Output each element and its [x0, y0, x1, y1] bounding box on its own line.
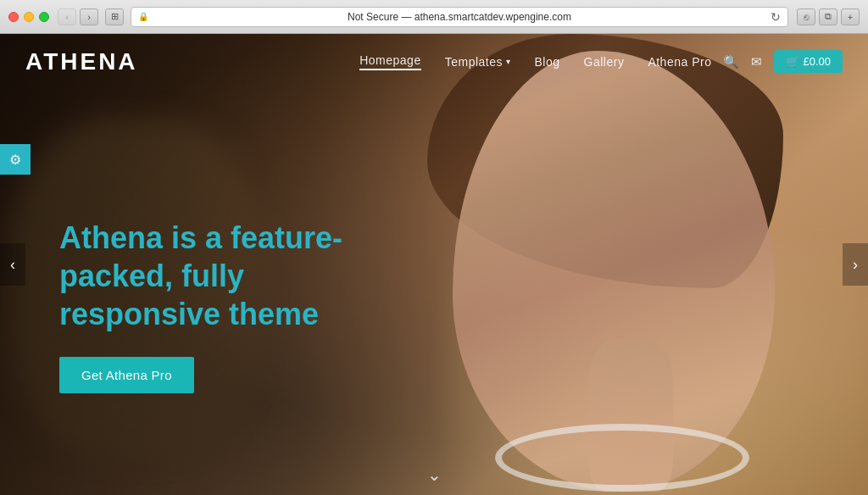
add-tab-button[interactable]: ⧉ [819, 8, 837, 25]
address-text: Not Secure — athena.smartcatdev.wpengine… [152, 11, 767, 23]
site-logo[interactable]: ATHENA [25, 48, 138, 75]
close-button[interactable] [8, 12, 19, 22]
address-bar[interactable]: 🔒 Not Secure — athena.smartcatdev.wpengi… [131, 7, 788, 27]
slider-prev-button[interactable]: ‹ [0, 243, 25, 286]
hero-title-line2: packed, [59, 259, 181, 293]
lock-icon: 🔒 [138, 12, 148, 21]
hero-cta-button[interactable]: Get Athena Pro [59, 357, 194, 393]
nav-link-homepage[interactable]: Homepage [359, 53, 421, 70]
refresh-button[interactable]: ↻ [771, 10, 781, 24]
new-tab-button[interactable]: + [841, 8, 860, 25]
nav-links: Homepage Templates ▾ Blog Gallery Athena… [359, 53, 711, 70]
forward-button[interactable]: › [80, 8, 98, 25]
traffic-lights [8, 12, 49, 22]
hero-title: Athena is a feature- packed, fully respo… [59, 219, 398, 333]
portrait-pearls [495, 424, 749, 492]
nav-icons: 🔍 ✉ 🛒 £0.00 [723, 50, 843, 73]
nav-link-templates[interactable]: Templates ▾ [445, 55, 511, 69]
nav-link-blog[interactable]: Blog [535, 55, 560, 69]
chevron-down-icon: ▾ [506, 57, 511, 66]
browser-chrome: ‹ › ⊞ 🔒 Not Secure — athena.smartcatdev.… [0, 0, 868, 34]
chevron-right-icon: › [853, 256, 858, 274]
email-icon[interactable]: ✉ [751, 54, 762, 70]
cart-button[interactable]: 🛒 £0.00 [774, 50, 843, 73]
nav-link-gallery[interactable]: Gallery [584, 55, 625, 69]
nav-link-athena-pro[interactable]: Athena Pro [648, 55, 711, 69]
minimize-button[interactable] [24, 12, 34, 22]
scroll-down-indicator[interactable]: ⌄ [427, 464, 442, 485]
hero-title-line3: theme [220, 297, 319, 331]
slider-next-button[interactable]: › [843, 243, 868, 286]
cart-icon: 🛒 [786, 55, 799, 68]
chevron-left-icon: ‹ [10, 256, 15, 274]
browser-actions: ⎋ ⧉ + [797, 8, 860, 25]
website-content: ⚙ ATHENA Homepage Templates ▾ Blog Galle… [0, 34, 868, 495]
search-icon[interactable]: 🔍 [723, 54, 739, 70]
window-view-button[interactable]: ⊞ [105, 8, 124, 25]
cart-total: £0.00 [803, 55, 831, 68]
back-button[interactable]: ‹ [58, 8, 76, 25]
share-button[interactable]: ⎋ [797, 8, 815, 25]
hero-title-line1: Athena is a feature- [59, 220, 342, 255]
maximize-button[interactable] [39, 12, 49, 22]
navigation-bar: ATHENA Homepage Templates ▾ Blog Gallery… [0, 34, 868, 89]
customizer-widget[interactable]: ⚙ [0, 144, 31, 175]
hero-content: Athena is a feature- packed, fully respo… [59, 219, 398, 393]
nav-buttons: ‹ › [58, 8, 98, 25]
gear-icon: ⚙ [9, 152, 21, 168]
